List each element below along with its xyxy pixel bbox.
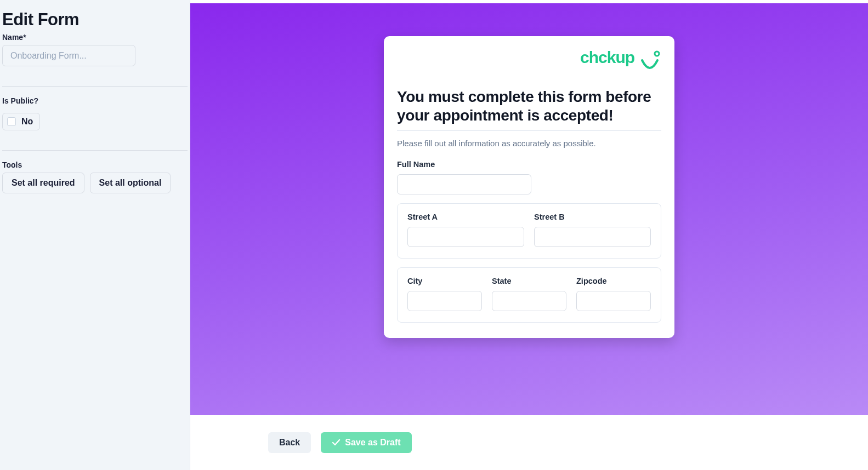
- full-name-field: Full Name: [397, 160, 661, 194]
- is-public-label: Is Public?: [2, 96, 188, 105]
- footer: Back Save as Draft: [190, 415, 868, 470]
- brand-logo: chckup: [397, 49, 661, 78]
- is-public-checkbox[interactable]: No: [2, 113, 40, 130]
- is-public-value: No: [21, 117, 33, 127]
- svg-text:chckup: chckup: [580, 49, 635, 66]
- form-name-input[interactable]: [2, 45, 135, 66]
- page-title: Edit Form: [2, 10, 188, 30]
- full-name-label: Full Name: [397, 160, 661, 169]
- city-input[interactable]: [407, 291, 482, 311]
- divider: [2, 86, 188, 87]
- check-icon: [332, 438, 341, 447]
- street-b-label: Street B: [534, 213, 651, 221]
- zipcode-input[interactable]: [576, 291, 651, 311]
- chckup-logo-icon: chckup: [580, 49, 661, 76]
- full-name-input[interactable]: [397, 174, 531, 194]
- name-label: Name*: [2, 33, 188, 42]
- zipcode-label: Zipcode: [576, 277, 651, 285]
- svg-point-1: [655, 51, 659, 56]
- street-a-label: Street A: [407, 213, 524, 221]
- form-preview-card: chckup You must complete this form befor…: [384, 36, 674, 338]
- street-group: Street A Street B: [397, 203, 661, 259]
- set-all-required-button[interactable]: Set all required: [2, 173, 84, 193]
- tools-label: Tools: [2, 161, 188, 169]
- form-canvas: chckup You must complete this form befor…: [190, 0, 868, 415]
- city-state-zip-group: City State Zipcode: [397, 267, 661, 323]
- divider: [397, 130, 661, 131]
- checkbox-box-icon: [7, 117, 16, 126]
- city-label: City: [407, 277, 482, 285]
- main: chckup You must complete this form befor…: [190, 0, 868, 470]
- set-all-optional-button[interactable]: Set all optional: [90, 173, 171, 193]
- save-as-draft-button[interactable]: Save as Draft: [321, 432, 411, 453]
- street-b-input[interactable]: [534, 227, 651, 247]
- sidebar: Edit Form Name* Is Public? No Tools Set …: [0, 0, 190, 470]
- state-label: State: [492, 277, 566, 285]
- form-title: You must complete this form before your …: [397, 88, 661, 125]
- back-button[interactable]: Back: [268, 432, 311, 453]
- state-input[interactable]: [492, 291, 566, 311]
- save-button-label: Save as Draft: [345, 438, 400, 448]
- form-subtitle: Please fill out all information as accur…: [397, 139, 661, 148]
- divider: [2, 150, 188, 151]
- street-a-input[interactable]: [407, 227, 524, 247]
